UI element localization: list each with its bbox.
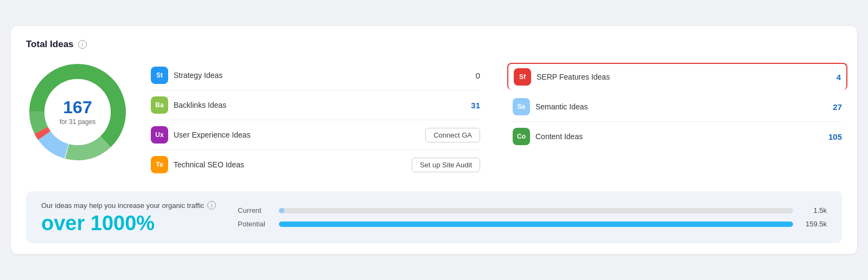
donut-center: 167 for 31 pages <box>60 99 96 126</box>
badge-content: Co <box>513 128 530 145</box>
ideas-grid: St Strategy Ideas 0 Ba Backlinks Ideas 3… <box>151 61 842 179</box>
badge-semantic: Se <box>513 98 530 115</box>
count-backlinks: 31 <box>464 101 480 110</box>
label-technical: Technical SEO Ideas <box>174 160 406 169</box>
idea-row-ux: Ux User Experience Ideas Connect GA <box>151 120 480 150</box>
badge-strategy: St <box>151 67 168 84</box>
info-icon[interactable]: i <box>78 40 87 49</box>
idea-row-semantic: Se Semantic Ideas 27 <box>513 92 842 122</box>
label-content: Content Ideas <box>535 132 820 141</box>
potential-bar-fill <box>279 222 793 227</box>
current-label: Current <box>238 206 272 214</box>
badge-serp: Sf <box>514 68 531 86</box>
banner-info-icon[interactable]: i <box>207 201 216 210</box>
badge-backlinks: Ba <box>151 96 168 114</box>
idea-row-backlinks: Ba Backlinks Ideas 31 <box>151 90 480 120</box>
count-semantic: 27 <box>826 102 842 112</box>
potential-label: Potential <box>238 220 272 228</box>
potential-value: 159.5k <box>800 220 827 228</box>
ideas-left-col: St Strategy Ideas 0 Ba Backlinks Ideas 3… <box>151 61 480 179</box>
potential-bar-track <box>279 222 793 227</box>
count-content: 105 <box>826 132 842 141</box>
label-strategy: Strategy Ideas <box>174 71 458 80</box>
label-serp: SERP Features Ideas <box>537 73 819 81</box>
serp-row-wrapper: Sf SERP Features Ideas 4 <box>513 61 842 92</box>
card-title: Total Ideas <box>26 39 74 50</box>
connect-ga-button[interactable]: Connect GA <box>425 128 480 142</box>
current-bar-track <box>279 208 793 213</box>
badge-ux: Ux <box>151 126 168 144</box>
potential-traffic-row: Potential 159.5k <box>238 220 827 228</box>
banner-right: Current 1.5k Potential 159.5k <box>238 206 827 228</box>
badge-technical: Te <box>151 156 168 173</box>
idea-row-content: Co Content Ideas 105 <box>513 122 842 151</box>
banner-left: Our ideas may help you increase your org… <box>41 201 216 233</box>
setup-site-audit-button[interactable]: Set up Site Audit <box>412 158 480 172</box>
banner-big-text: over 1000% <box>41 213 216 233</box>
donut-chart: 167 for 31 pages <box>26 61 129 164</box>
total-ideas-card: Total Ideas i 167 for 31 <box>11 26 857 254</box>
banner-headline: Our ideas may help you increase your org… <box>41 201 216 210</box>
donut-total: 167 <box>60 99 96 116</box>
label-backlinks: Backlinks Ideas <box>174 101 458 109</box>
current-value: 1.5k <box>800 206 827 214</box>
count-serp: 4 <box>825 73 841 82</box>
label-semantic: Semantic Ideas <box>535 102 820 111</box>
card-header: Total Ideas i <box>26 39 842 50</box>
label-ux: User Experience Ideas <box>174 131 420 139</box>
count-strategy: 0 <box>464 71 480 80</box>
ideas-right-col: Sf SERP Features Ideas 4 Se Semantic Ide… <box>513 61 842 179</box>
current-bar-fill <box>279 208 284 213</box>
idea-row-strategy: St Strategy Ideas 0 <box>151 61 480 90</box>
idea-row-serp[interactable]: Sf SERP Features Ideas 4 <box>507 63 847 90</box>
idea-row-technical: Te Technical SEO Ideas Set up Site Audit <box>151 150 480 179</box>
main-content: 167 for 31 pages St Strategy Ideas 0 Ba … <box>26 61 842 179</box>
current-traffic-row: Current 1.5k <box>238 206 827 214</box>
donut-subtitle: for 31 pages <box>60 118 96 126</box>
bottom-banner: Our ideas may help you increase your org… <box>26 191 842 243</box>
